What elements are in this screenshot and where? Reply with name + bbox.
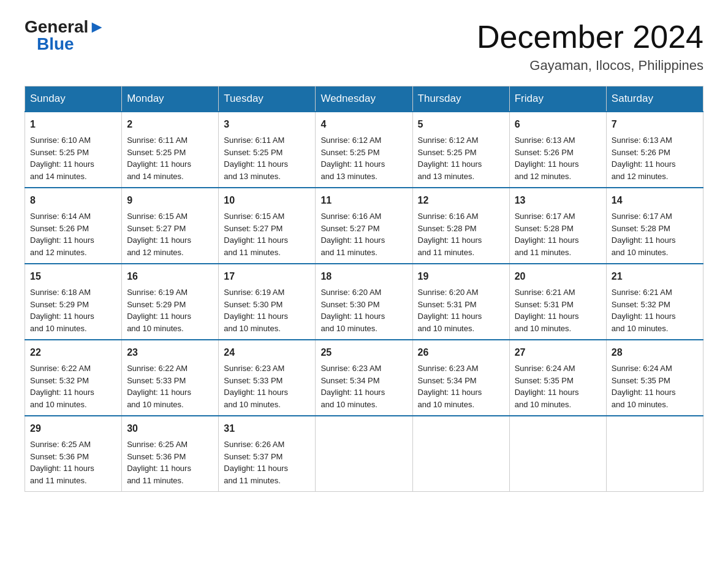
day-info: Sunrise: 6:19 AM Sunset: 5:29 PM Dayligh…: [127, 288, 191, 333]
day-number: 23: [127, 345, 213, 360]
day-info: Sunrise: 6:22 AM Sunset: 5:33 PM Dayligh…: [127, 364, 191, 409]
day-number: 26: [418, 345, 504, 360]
day-info: Sunrise: 6:24 AM Sunset: 5:35 PM Dayligh…: [515, 364, 579, 409]
week-row-2: 8Sunrise: 6:14 AM Sunset: 5:26 PM Daylig…: [25, 188, 703, 264]
day-number: 20: [515, 269, 601, 284]
calendar-subtitle: Gayaman, Ilocos, Philippines: [477, 58, 703, 74]
day-number: 3: [224, 117, 310, 132]
day-info: Sunrise: 6:16 AM Sunset: 5:28 PM Dayligh…: [418, 212, 482, 257]
calendar-cell: [316, 416, 412, 492]
day-info: Sunrise: 6:25 AM Sunset: 5:36 PM Dayligh…: [30, 440, 94, 485]
calendar-cell: 28Sunrise: 6:24 AM Sunset: 5:35 PM Dayli…: [606, 340, 703, 416]
day-info: Sunrise: 6:26 AM Sunset: 5:37 PM Dayligh…: [224, 440, 288, 485]
day-info: Sunrise: 6:10 AM Sunset: 5:25 PM Dayligh…: [30, 136, 94, 181]
day-info: Sunrise: 6:11 AM Sunset: 5:25 PM Dayligh…: [127, 136, 191, 181]
day-number: 24: [224, 345, 310, 360]
week-row-4: 22Sunrise: 6:22 AM Sunset: 5:32 PM Dayli…: [25, 340, 703, 416]
day-number: 31: [224, 421, 310, 436]
day-info: Sunrise: 6:23 AM Sunset: 5:34 PM Dayligh…: [320, 364, 385, 409]
day-number: 12: [418, 193, 504, 208]
day-number: 17: [224, 269, 310, 284]
day-number: 27: [515, 345, 601, 360]
day-number: 10: [224, 193, 310, 208]
calendar-cell: 27Sunrise: 6:24 AM Sunset: 5:35 PM Dayli…: [509, 340, 606, 416]
day-number: 2: [127, 117, 213, 132]
calendar-cell: 23Sunrise: 6:22 AM Sunset: 5:33 PM Dayli…: [122, 340, 219, 416]
calendar-cell: 12Sunrise: 6:16 AM Sunset: 5:28 PM Dayli…: [412, 188, 509, 264]
day-number: 28: [612, 345, 698, 360]
day-info: Sunrise: 6:15 AM Sunset: 5:27 PM Dayligh…: [127, 212, 191, 257]
day-info: Sunrise: 6:17 AM Sunset: 5:28 PM Dayligh…: [515, 212, 579, 257]
calendar-cell: 7Sunrise: 6:13 AM Sunset: 5:26 PM Daylig…: [606, 112, 703, 188]
calendar-cell: 17Sunrise: 6:19 AM Sunset: 5:30 PM Dayli…: [219, 264, 316, 340]
calendar-cell: 1Sunrise: 6:10 AM Sunset: 5:25 PM Daylig…: [25, 112, 122, 188]
week-row-1: 1Sunrise: 6:10 AM Sunset: 5:25 PM Daylig…: [25, 112, 703, 188]
calendar-cell: 22Sunrise: 6:22 AM Sunset: 5:32 PM Dayli…: [25, 340, 122, 416]
day-info: Sunrise: 6:19 AM Sunset: 5:30 PM Dayligh…: [224, 288, 288, 333]
day-info: Sunrise: 6:14 AM Sunset: 5:26 PM Dayligh…: [30, 212, 94, 257]
day-info: Sunrise: 6:12 AM Sunset: 5:25 PM Dayligh…: [320, 136, 385, 181]
day-number: 9: [127, 193, 213, 208]
header-thursday: Thursday: [412, 86, 509, 112]
day-number: 6: [515, 117, 601, 132]
day-number: 5: [418, 117, 504, 132]
calendar-cell: 4Sunrise: 6:12 AM Sunset: 5:25 PM Daylig…: [316, 112, 412, 188]
logo-blue-text: Blue: [37, 36, 74, 53]
day-info: Sunrise: 6:21 AM Sunset: 5:31 PM Dayligh…: [515, 288, 579, 333]
calendar-cell: 19Sunrise: 6:20 AM Sunset: 5:31 PM Dayli…: [412, 264, 509, 340]
calendar-cell: 13Sunrise: 6:17 AM Sunset: 5:28 PM Dayli…: [509, 188, 606, 264]
calendar-cell: 6Sunrise: 6:13 AM Sunset: 5:26 PM Daylig…: [509, 112, 606, 188]
day-number: 8: [30, 193, 116, 208]
day-info: Sunrise: 6:15 AM Sunset: 5:27 PM Dayligh…: [224, 212, 288, 257]
day-info: Sunrise: 6:23 AM Sunset: 5:33 PM Dayligh…: [224, 364, 288, 409]
calendar-cell: 24Sunrise: 6:23 AM Sunset: 5:33 PM Dayli…: [219, 340, 316, 416]
logo-triangle-icon: ►: [88, 17, 105, 36]
calendar-header-row: SundayMondayTuesdayWednesdayThursdayFrid…: [25, 86, 703, 112]
calendar-cell: 31Sunrise: 6:26 AM Sunset: 5:37 PM Dayli…: [219, 416, 316, 492]
title-block: December 2024 Gayaman, Ilocos, Philippin…: [477, 18, 703, 74]
calendar-cell: 8Sunrise: 6:14 AM Sunset: 5:26 PM Daylig…: [25, 188, 122, 264]
day-number: 15: [30, 269, 116, 284]
calendar-table: SundayMondayTuesdayWednesdayThursdayFrid…: [25, 86, 703, 492]
day-info: Sunrise: 6:12 AM Sunset: 5:25 PM Dayligh…: [418, 136, 482, 181]
calendar-cell: 26Sunrise: 6:23 AM Sunset: 5:34 PM Dayli…: [412, 340, 509, 416]
day-number: 11: [320, 193, 407, 208]
day-info: Sunrise: 6:13 AM Sunset: 5:26 PM Dayligh…: [612, 136, 676, 181]
day-info: Sunrise: 6:16 AM Sunset: 5:27 PM Dayligh…: [320, 212, 385, 257]
day-number: 7: [612, 117, 698, 132]
calendar-cell: [509, 416, 606, 492]
calendar-title: December 2024: [477, 18, 703, 55]
calendar-cell: [606, 416, 703, 492]
week-row-3: 15Sunrise: 6:18 AM Sunset: 5:29 PM Dayli…: [25, 264, 703, 340]
calendar-cell: 10Sunrise: 6:15 AM Sunset: 5:27 PM Dayli…: [219, 188, 316, 264]
calendar-cell: 25Sunrise: 6:23 AM Sunset: 5:34 PM Dayli…: [316, 340, 412, 416]
logo-general-text: General►: [25, 18, 105, 36]
day-number: 21: [612, 269, 698, 284]
calendar-cell: 15Sunrise: 6:18 AM Sunset: 5:29 PM Dayli…: [25, 264, 122, 340]
calendar-cell: 2Sunrise: 6:11 AM Sunset: 5:25 PM Daylig…: [122, 112, 219, 188]
header-sunday: Sunday: [25, 86, 122, 112]
day-info: Sunrise: 6:21 AM Sunset: 5:32 PM Dayligh…: [612, 288, 676, 333]
day-number: 19: [418, 269, 504, 284]
day-number: 18: [320, 269, 407, 284]
calendar-cell: 14Sunrise: 6:17 AM Sunset: 5:28 PM Dayli…: [606, 188, 703, 264]
day-info: Sunrise: 6:18 AM Sunset: 5:29 PM Dayligh…: [30, 288, 94, 333]
calendar-cell: 5Sunrise: 6:12 AM Sunset: 5:25 PM Daylig…: [412, 112, 509, 188]
calendar-cell: 3Sunrise: 6:11 AM Sunset: 5:25 PM Daylig…: [219, 112, 316, 188]
day-number: 29: [30, 421, 116, 436]
day-info: Sunrise: 6:25 AM Sunset: 5:36 PM Dayligh…: [127, 440, 191, 485]
header-saturday: Saturday: [606, 86, 703, 112]
day-info: Sunrise: 6:23 AM Sunset: 5:34 PM Dayligh…: [418, 364, 482, 409]
calendar-cell: 11Sunrise: 6:16 AM Sunset: 5:27 PM Dayli…: [316, 188, 412, 264]
calendar-cell: 16Sunrise: 6:19 AM Sunset: 5:29 PM Dayli…: [122, 264, 219, 340]
day-info: Sunrise: 6:13 AM Sunset: 5:26 PM Dayligh…: [515, 136, 579, 181]
day-number: 4: [320, 117, 407, 132]
day-number: 1: [30, 117, 116, 132]
day-number: 16: [127, 269, 213, 284]
day-number: 14: [612, 193, 698, 208]
page-header: General► Blue December 2024 Gayaman, Ilo…: [25, 18, 703, 74]
calendar-cell: 20Sunrise: 6:21 AM Sunset: 5:31 PM Dayli…: [509, 264, 606, 340]
header-monday: Monday: [122, 86, 219, 112]
header-wednesday: Wednesday: [316, 86, 412, 112]
calendar-cell: 21Sunrise: 6:21 AM Sunset: 5:32 PM Dayli…: [606, 264, 703, 340]
